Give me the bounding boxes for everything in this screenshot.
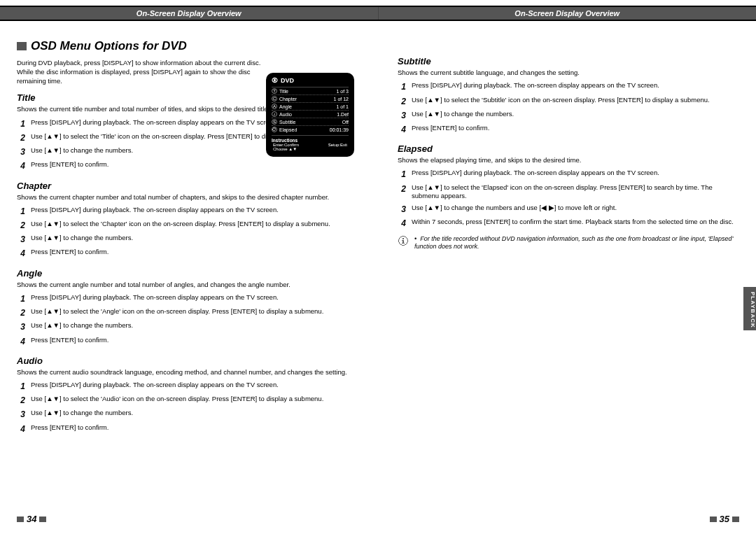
osd-instructions: Instructions Enter:ConfirmSetup:Exit Cho… (272, 135, 349, 151)
step-list: 1Press [DISPLAY] during playback. The on… (398, 167, 739, 230)
osd-row: AAngle1 of 1 (272, 102, 349, 110)
step-item: 4Press [ENTER] to confirm. (17, 335, 358, 349)
info-icon: 🛈 (398, 235, 409, 248)
section-heading: Subtitle (398, 56, 739, 66)
section-desc: Shows the current angle number and total… (17, 281, 358, 289)
step-item: 4Press [ENTER] to confirm. (17, 246, 358, 260)
step-item: 3Use [▲▼] to change the numbers. (17, 407, 358, 421)
step-item: 4Press [ENTER] to confirm. (17, 422, 358, 436)
intro-text: During DVD playback, press [DISPLAY] to … (17, 59, 262, 85)
step-item: 2Use [▲▼] to select the 'Elapsed' icon o… (398, 182, 739, 203)
page-right: SubtitleShows the current subtitle langu… (378, 28, 756, 504)
step-item: 2Use [▲▼] to select the 'Audio' icon on … (17, 393, 358, 407)
note: 🛈 • For the title recorded without DVD n… (398, 235, 739, 251)
osd-row: SSubtitleOff (272, 118, 349, 125)
step-item: 2Use [▲▼] to select the 'Chapter' icon o… (17, 218, 358, 232)
main-heading: OSD Menu Options for DVD (17, 39, 358, 53)
step-item: 4Press [ENTER] to confirm. (398, 122, 739, 136)
step-item: 4Press [ENTER] to confirm. (17, 159, 358, 173)
header-bar: On-Screen Display Overview On-Screen Dis… (0, 6, 756, 21)
step-item: 3Use [▲▼] to change the numbers. (17, 232, 358, 246)
section-tab: PLAYBACK (743, 287, 756, 330)
step-item: 1Press [DISPLAY] during playback. The on… (398, 167, 739, 181)
section-desc: Shows the current chapter number and tot… (17, 193, 358, 202)
step-item: 2Use [▲▼] to select the 'Angle' icon on … (17, 306, 358, 320)
osd-row: TTitle1 of 3 (272, 87, 349, 94)
step-list: 1Press [DISPLAY] during playback. The on… (17, 379, 358, 436)
header-left: On-Screen Display Overview (0, 7, 379, 20)
step-item: 3Use [▲▼] to change the numbers. (398, 108, 739, 122)
section-heading: Angle (17, 268, 358, 279)
page-number-left: 34 (17, 514, 46, 524)
section-heading: Chapter (17, 181, 358, 191)
step-item: 1Press [DISPLAY] during playback. The on… (398, 80, 739, 94)
section-desc: Shows the current audio soundtrack langu… (17, 368, 358, 377)
section-desc: Shows the elapsed playing time, and skip… (398, 156, 739, 164)
step-item: 1Press [DISPLAY] during playback. The on… (17, 379, 358, 393)
step-list: 1Press [DISPLAY] during playback. The on… (17, 292, 358, 349)
osd-row: ♪Audio1.Def (272, 110, 349, 118)
section-heading: Elapsed (398, 143, 739, 154)
step-list: 1Press [DISPLAY] during playback. The on… (398, 80, 739, 136)
header-right: On-Screen Display Overview (379, 7, 757, 20)
page-left: OSD Menu Options for DVD During DVD play… (0, 28, 378, 504)
step-item: 1Press [DISPLAY] during playback. The on… (17, 292, 358, 306)
step-item: 3Use [▲▼] to change the numbers and use … (398, 202, 739, 216)
osd-preview: DVD TTitle1 of 3CChapter1 of 12AAngle1 o… (266, 73, 354, 157)
step-item: 4Within 7 seconds, press [ENTER] to conf… (398, 216, 739, 230)
section-desc: Shows the current subtitle language, and… (398, 69, 739, 77)
step-item: 1Press [DISPLAY] during playback. The on… (17, 204, 358, 218)
section-heading: Audio (17, 356, 358, 366)
footer: 34 35 (0, 514, 756, 524)
step-item: 3Use [▲▼] to change the numbers. (17, 320, 358, 334)
step-item: 2Use [▲▼] to select the 'Subtitle' icon … (398, 94, 739, 108)
page-number-right: 35 (710, 514, 739, 524)
osd-row: ⏱Elapsed00:01:39 (272, 125, 349, 133)
osd-label: DVD (272, 77, 349, 84)
osd-row: CChapter1 of 12 (272, 94, 349, 102)
step-list: 1Press [DISPLAY] during playback. The on… (17, 204, 358, 261)
note-text: For the title recorded without DVD navig… (414, 235, 733, 251)
